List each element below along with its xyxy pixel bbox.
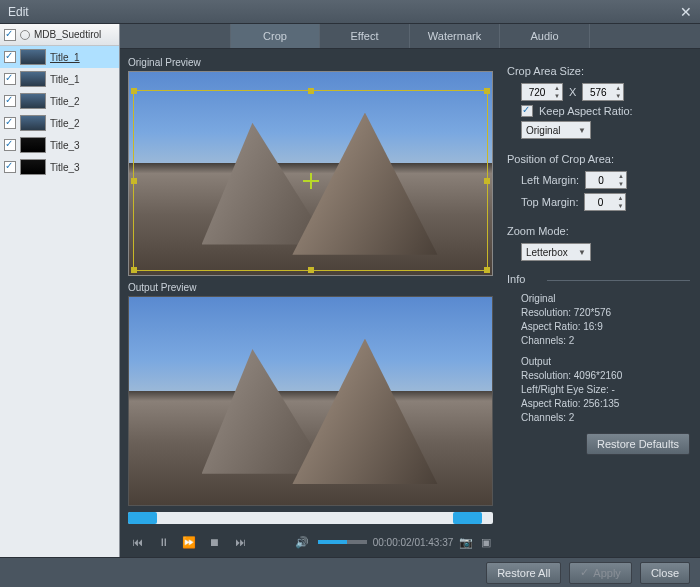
output-preview-label: Output Preview xyxy=(128,282,493,293)
prev-button[interactable]: ⏮ xyxy=(128,533,148,551)
crop-handle-t[interactable] xyxy=(308,88,314,94)
top-margin-input[interactable] xyxy=(585,197,615,208)
close-icon[interactable]: ✕ xyxy=(680,4,692,20)
left-margin-spinner[interactable]: ▲▼ xyxy=(585,171,627,189)
settings-panel: Crop Area Size: ▲▼ X ▲▼ Keep Aspect Rati… xyxy=(501,55,692,556)
volume-icon[interactable]: 🔊 xyxy=(292,533,312,551)
checkbox-icon[interactable] xyxy=(4,161,16,173)
window-title: Edit xyxy=(8,5,680,19)
info-original-label: Original xyxy=(521,293,690,304)
up-icon[interactable]: ▲ xyxy=(613,84,623,92)
disc-icon xyxy=(20,30,30,40)
sidebar-root[interactable]: MDB_Suedtirol xyxy=(0,24,119,46)
volume-slider[interactable] xyxy=(318,540,367,544)
sidebar-item-4[interactable]: Title_3 xyxy=(0,134,119,156)
sidebar-item-2[interactable]: Title_2 xyxy=(0,90,119,112)
preview-column: Original Preview Output xyxy=(128,55,493,556)
checkbox-icon[interactable] xyxy=(4,139,16,151)
down-icon[interactable]: ▼ xyxy=(616,180,626,188)
keep-aspect-checkbox[interactable] xyxy=(521,105,533,117)
tab-crop[interactable]: Crop xyxy=(230,24,320,48)
crop-size-label: Crop Area Size: xyxy=(507,65,690,77)
crop-height-spinner[interactable]: ▲▼ xyxy=(582,83,624,101)
sidebar-item-3[interactable]: Title_2 xyxy=(0,112,119,134)
sidebar-item-label: Title_2 xyxy=(50,118,80,129)
workspace: Original Preview Output xyxy=(120,49,700,562)
main-area: MDB_Suedtirol Title_1 Title_1 Title_2 Ti… xyxy=(0,24,700,557)
check-icon: ✓ xyxy=(580,566,589,579)
info-orig-ar: Aspect Ratio: 16:9 xyxy=(521,321,690,332)
crop-handle-tr[interactable] xyxy=(484,88,490,94)
crop-handle-tl[interactable] xyxy=(131,88,137,94)
output-preview xyxy=(128,296,493,506)
sidebar-item-label: Title_3 xyxy=(50,140,80,151)
crop-width-input[interactable] xyxy=(522,87,552,98)
tab-watermark[interactable]: Watermark xyxy=(410,24,500,48)
crop-handle-l[interactable] xyxy=(131,178,137,184)
crop-handle-bl[interactable] xyxy=(131,267,137,273)
info-out-ch: Channels: 2 xyxy=(521,412,690,423)
content-area: Crop Effect Watermark Audio Original Pre… xyxy=(120,24,700,557)
thumbnail-icon xyxy=(20,159,46,175)
restore-all-button[interactable]: Restore All xyxy=(486,562,561,584)
down-icon[interactable]: ▼ xyxy=(615,202,625,210)
crop-handle-br[interactable] xyxy=(484,267,490,273)
thumbnail-icon xyxy=(20,49,46,65)
crop-height-input[interactable] xyxy=(583,87,613,98)
tab-label: Effect xyxy=(351,30,379,42)
left-margin-input[interactable] xyxy=(586,175,616,186)
fastforward-button[interactable]: ⏩ xyxy=(179,533,199,551)
crop-handle-r[interactable] xyxy=(484,178,490,184)
checkbox-icon[interactable] xyxy=(4,29,16,41)
pause-button[interactable]: ⏸ xyxy=(154,533,174,551)
tab-effect[interactable]: Effect xyxy=(320,24,410,48)
checkbox-icon[interactable] xyxy=(4,51,16,63)
crosshair-icon xyxy=(303,173,319,189)
checkbox-icon[interactable] xyxy=(4,73,16,85)
time-display: 00:00:02/01:43:37 xyxy=(373,537,454,548)
info-out-ar: Aspect Ratio: 256:135 xyxy=(521,398,690,409)
checkbox-icon[interactable] xyxy=(4,117,16,129)
tab-audio[interactable]: Audio xyxy=(500,24,590,48)
checkbox-icon[interactable] xyxy=(4,95,16,107)
snapshot-button[interactable]: 📷 xyxy=(459,535,473,549)
thumbnail-icon xyxy=(20,93,46,109)
info-out-res: Resolution: 4096*2160 xyxy=(521,370,690,381)
zoom-mode-label: Zoom Mode: xyxy=(507,225,690,237)
left-margin-label: Left Margin: xyxy=(521,174,579,186)
window-titlebar: Edit ✕ xyxy=(0,0,700,24)
thumbnail-icon xyxy=(20,115,46,131)
tab-bar: Crop Effect Watermark Audio xyxy=(120,24,700,49)
info-output-label: Output xyxy=(521,356,690,367)
apply-button[interactable]: ✓Apply xyxy=(569,562,632,584)
info-heading: Info xyxy=(507,273,690,285)
crop-frame[interactable] xyxy=(133,90,488,271)
keep-aspect-label: Keep Aspect Ratio: xyxy=(539,105,633,117)
stop-button[interactable]: ⏹ xyxy=(205,533,225,551)
info-out-eye: Left/Right Eye Size: - xyxy=(521,384,690,395)
crop-handle-b[interactable] xyxy=(308,267,314,273)
crop-width-spinner[interactable]: ▲▼ xyxy=(521,83,563,101)
up-icon[interactable]: ▲ xyxy=(616,172,626,180)
chevron-down-icon: ▼ xyxy=(578,248,586,257)
next-button[interactable]: ⏭ xyxy=(230,533,250,551)
aspect-ratio-select[interactable]: Original▼ xyxy=(521,121,591,139)
zoom-mode-select[interactable]: Letterbox▼ xyxy=(521,243,591,261)
top-margin-spinner[interactable]: ▲▼ xyxy=(584,193,626,211)
close-button[interactable]: Close xyxy=(640,562,690,584)
down-icon[interactable]: ▼ xyxy=(613,92,623,100)
up-icon[interactable]: ▲ xyxy=(615,194,625,202)
timeline-scrubber[interactable] xyxy=(128,512,493,524)
sidebar-item-5[interactable]: Title_3 xyxy=(0,156,119,178)
sidebar-item-label: Title_1 xyxy=(50,74,80,85)
up-icon[interactable]: ▲ xyxy=(552,84,562,92)
sidebar-item-0[interactable]: Title_1 xyxy=(0,46,119,68)
sidebar-item-1[interactable]: Title_1 xyxy=(0,68,119,90)
original-preview[interactable] xyxy=(128,71,493,276)
restore-defaults-button[interactable]: Restore Defaults xyxy=(586,433,690,455)
down-icon[interactable]: ▼ xyxy=(552,92,562,100)
info-orig-ch: Channels: 2 xyxy=(521,335,690,346)
top-margin-label: Top Margin: xyxy=(521,196,578,208)
original-preview-label: Original Preview xyxy=(128,57,493,68)
marker-button[interactable]: ▣ xyxy=(479,535,493,549)
